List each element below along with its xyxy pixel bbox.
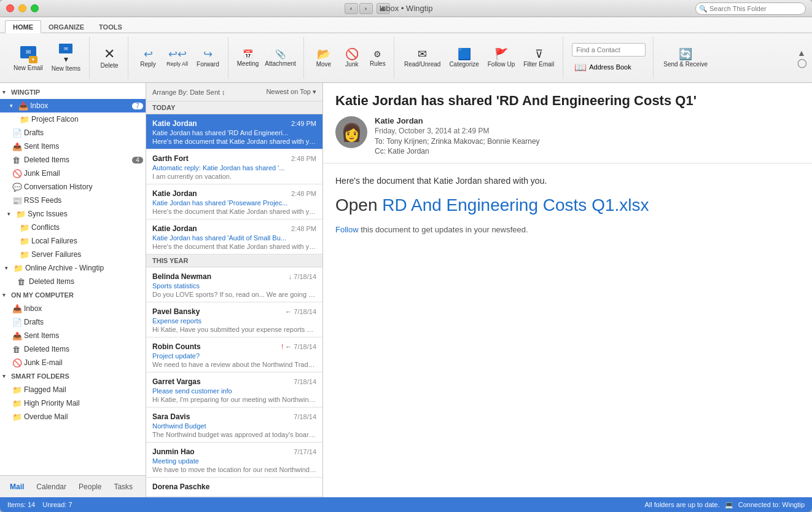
sidebar-item-local-drafts[interactable]: 📄 Drafts — [0, 315, 146, 329]
sidebar-section-smart-folders[interactable]: ▾ SMART FOLDERS — [0, 369, 146, 383]
sidebar-item-local-junk[interactable]: 🚫 Junk E-mail — [0, 356, 146, 369]
drafts-icon: 📄 — [12, 128, 22, 138]
email-item-3[interactable]: Katie Jordan 2:48 PM Katie Jordan has sh… — [146, 219, 322, 254]
email-item-4[interactable]: Belinda Newman ↓ 7/18/14 Sports statisti… — [146, 267, 322, 302]
nav-tab-mail[interactable]: Mail — [5, 480, 29, 494]
email-icons-4: ↓ 7/18/14 — [289, 273, 316, 280]
sidebar-item-conflicts[interactable]: 📁 Conflicts — [0, 221, 146, 234]
sidebar-section-sync[interactable]: ▾ 📁 Sync Issues — [0, 207, 146, 221]
follow-up-button[interactable]: 🚩 Follow Up — [484, 41, 518, 74]
toggle-mycomputer: ▾ — [2, 292, 11, 298]
ribbon-options-btn[interactable]: ◯ — [797, 58, 807, 68]
move-button[interactable]: 📂 Move — [310, 41, 337, 74]
sidebar-item-local-failures[interactable]: 📁 Local Failures — [0, 234, 146, 248]
sidebar-item-local-inbox[interactable]: 📥 Inbox — [0, 302, 146, 315]
close-button[interactable] — [6, 4, 14, 12]
email-item-10[interactable]: Dorena Paschke — [146, 478, 322, 497]
email-sender-8: Sara Davis — [152, 412, 190, 421]
junk-button[interactable]: 🚫 Junk — [338, 41, 365, 74]
email-item-9[interactable]: Junmin Hao 7/17/14 Meeting update We hav… — [146, 443, 322, 478]
ribbon-group-new: ✉ + New Email ✉ ▾ New Items — [5, 37, 90, 79]
attachment-button[interactable]: 📎 Attachment — [262, 41, 299, 74]
ribbon-content: ✉ + New Email ✉ ▾ New Items — [0, 33, 812, 82]
sidebar-nav: Mail Calendar People Tasks Notes ‹ — [0, 475, 146, 497]
meeting-button[interactable]: 📅 Meeting — [235, 41, 262, 74]
ribbon-collapse-btn[interactable]: ▲ — [797, 48, 807, 58]
nav-tab-notes[interactable]: Notes — [140, 480, 146, 494]
sidebar-item-drafts[interactable]: 📄 Drafts — [0, 126, 146, 140]
local-fail-icon: 📁 — [20, 237, 29, 246]
email-item-6[interactable]: Robin Counts ! ← 7/18/14 Project update?… — [146, 337, 322, 372]
sidebar-section-mycomputer[interactable]: ▾ ON MY COMPUTER — [0, 288, 146, 302]
email-item-7[interactable]: Garret Vargas 7/18/14 Please send custom… — [146, 372, 322, 408]
email-sender-3: Katie Jordan — [152, 224, 197, 233]
reply-all-button[interactable]: ↩↩ Reply All — [163, 41, 192, 74]
new-email-button[interactable]: ✉ + New Email — [10, 41, 47, 74]
sidebar-section-wingtip[interactable]: ▾ WINGTIP — [0, 85, 146, 99]
tab-home[interactable]: HOME — [5, 20, 41, 33]
email-sender-9: Junmin Hao — [152, 447, 195, 456]
deleted-count: 4 — [132, 157, 143, 163]
rules-button[interactable]: ⚙ Rules — [367, 41, 389, 74]
sidebar-item-server-failures[interactable]: 📁 Server Failures — [0, 248, 146, 261]
nav-tab-people[interactable]: People — [74, 480, 106, 494]
sidebar-item-overdue-mail[interactable]: 📁 Overdue Mail — [0, 410, 146, 423]
sidebar-item-inbox[interactable]: ▾ 📥 Inbox 7 — [0, 99, 146, 112]
maximize-button[interactable] — [31, 4, 39, 12]
sidebar-item-high-priority-mail[interactable]: 📁 High Priority Mail — [0, 396, 146, 410]
rules-label: Rules — [370, 60, 386, 67]
find-contact-input[interactable] — [572, 43, 646, 57]
back-button[interactable]: ‹ — [345, 3, 358, 14]
nav-tab-tasks[interactable]: Tasks — [109, 480, 138, 494]
forward-button[interactable]: ↪ Forward — [193, 41, 223, 74]
email-item-1[interactable]: Garth Fort 2:48 PM Automatic reply: Kati… — [146, 149, 322, 184]
download-icon-4: ↓ — [289, 273, 292, 280]
nav-tab-calendar[interactable]: Calendar — [31, 480, 71, 494]
email-preview-8: The Northwind budget was approved at tod… — [152, 431, 316, 438]
filter-email-button[interactable]: ⊽ Filter Email — [520, 41, 558, 74]
send-receive-button[interactable]: 🔄 Send & Receive — [660, 41, 711, 74]
follow-link[interactable]: Follow — [335, 225, 359, 234]
body-link[interactable]: RD And Engineering Costs Q1.xlsx — [382, 195, 649, 215]
sidebar-item-local-sent[interactable]: 📤 Sent Items — [0, 329, 146, 342]
email-time-5: 7/18/14 — [294, 308, 316, 315]
inbox-icon: 📥 — [18, 101, 28, 111]
tab-organize[interactable]: ORGANIZE — [41, 21, 92, 33]
delete-button[interactable]: ✕ Delete — [96, 41, 123, 74]
ribbon-tabs: HOME ORGANIZE TOOLS — [0, 17, 812, 33]
sync-status: All folders are up to date. — [644, 501, 719, 508]
arrange-by[interactable]: Arrange By: Date Sent ↕ — [152, 89, 225, 96]
email-subject-9: Meeting update — [152, 457, 316, 465]
sidebar-item-project-falcon[interactable]: 📁 Project Falcon — [0, 112, 146, 126]
categorize-button[interactable]: 🟦 Categorize — [445, 41, 482, 74]
forward-button[interactable]: › — [359, 3, 373, 14]
sort-order[interactable]: Newest on Top ▾ — [266, 88, 316, 96]
sidebar-item-junk-email[interactable]: 🚫 Junk Email — [0, 167, 146, 180]
search-input[interactable] — [695, 2, 806, 15]
sidebar-item-rss-feeds[interactable]: 📰 RSS Feeds — [0, 194, 146, 207]
toggle-smart: ▾ — [2, 373, 11, 379]
sidebar-item-flagged-mail[interactable]: 📁 Flagged Mail — [0, 383, 146, 396]
inbox-count: 7 — [132, 103, 143, 109]
sidebar-item-local-deleted[interactable]: 🗑 Deleted Items — [0, 342, 146, 356]
body-intro: Here's the document that Katie Jordan sh… — [335, 176, 800, 186]
minimize-button[interactable] — [18, 4, 26, 12]
tab-tools[interactable]: TOOLS — [92, 21, 130, 33]
email-item-0[interactable]: Katie Jordan 2:49 PM Katie Jordan has sh… — [146, 114, 322, 149]
new-items-button[interactable]: ✉ ▾ New Items — [48, 41, 84, 74]
email-item-5[interactable]: Pavel Bansky ← 7/18/14 Expense reports H… — [146, 302, 322, 337]
sidebar-item-sent-items[interactable]: 📤 Sent Items — [0, 140, 146, 153]
address-book-button[interactable]: 📖 Address Book — [572, 60, 646, 74]
email-item-8[interactable]: Sara Davis 7/18/14 Northwind Budget The … — [146, 408, 322, 443]
email-sender-10: Dorena Paschke — [152, 482, 209, 491]
sidebar-item-deleted-items[interactable]: 🗑 Deleted Items 4 — [0, 153, 146, 167]
flagged-icon: 📁 — [12, 385, 22, 395]
sidebar-section-online-archive[interactable]: ▾ 📁 Online Archive - Wingtip — [0, 261, 146, 275]
email-item-2[interactable]: Katie Jordan 2:48 PM Katie Jordan has sh… — [146, 184, 322, 219]
forward-label: Forward — [197, 61, 219, 68]
sidebar-item-archive-deleted[interactable]: 🗑 Deleted Items — [0, 275, 146, 288]
sidebar-item-conversation-history[interactable]: 💬 Conversation History — [0, 180, 146, 194]
read-unread-button[interactable]: ✉ Read/Unread — [400, 41, 444, 74]
overdue-icon: 📁 — [12, 412, 22, 422]
reply-button[interactable]: ↩ Reply — [135, 41, 162, 74]
